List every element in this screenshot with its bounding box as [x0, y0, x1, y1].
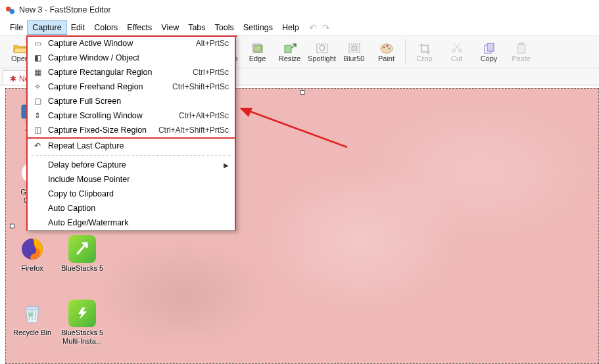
- svg-rect-33: [517, 44, 525, 53]
- resize-handle-top[interactable]: [300, 90, 304, 95]
- app-logo-icon: [5, 5, 15, 15]
- svg-point-26: [383, 46, 385, 48]
- desktop-icon-bluestacks[interactable]: BlueStacks 5: [59, 235, 105, 273]
- resize-icon: [283, 41, 297, 55]
- menu-effects[interactable]: Effects: [122, 21, 156, 34]
- tab-dirty-indicator: ✱: [10, 74, 16, 83]
- blur-button[interactable]: Blur50: [339, 36, 370, 68]
- edge-button[interactable]: Edge: [242, 36, 273, 68]
- desktop-icon-recyclebin[interactable]: Recycle Bin: [9, 300, 55, 337]
- copy-icon: [482, 41, 496, 55]
- fixed-icon: ◫: [31, 125, 44, 135]
- menu-settings[interactable]: Settings: [239, 21, 277, 34]
- menu-bar: File Capture Edit Colors Effects View Ta…: [0, 20, 599, 35]
- cut-button: Cut: [441, 36, 472, 68]
- menu-edit[interactable]: Edit: [66, 21, 90, 34]
- menu-include-mouse-pointer[interactable]: Include Mouse Pointer: [27, 172, 235, 187]
- submenu-arrow-icon: ▶: [224, 162, 229, 169]
- menu-delay-before-capture[interactable]: Delay before Capture ▶: [27, 158, 235, 172]
- svg-point-42: [26, 306, 39, 310]
- menu-capture-freehand[interactable]: ✧ Capture Freehand Region Ctrl+Shift+Prt…: [27, 80, 235, 94]
- paint-button[interactable]: Paint: [371, 36, 402, 68]
- menu-auto-caption[interactable]: Auto Caption: [27, 201, 235, 216]
- menu-file[interactable]: File: [5, 21, 28, 34]
- menu-capture-active-window[interactable]: ▭ Capture Active Window Alt+PrtSc: [27, 36, 235, 51]
- crop-button: Crop: [409, 36, 440, 68]
- svg-point-22: [320, 45, 325, 51]
- edge-icon: [251, 41, 265, 55]
- desktop-icon-bluestacks-multi[interactable]: BlueStacks 5 Multi-Insta...: [59, 300, 105, 345]
- spotlight-button[interactable]: Spotlight: [306, 36, 337, 68]
- menu-capture-rectangular[interactable]: ▦ Capture Rectangular Region Ctrl+PrtSc: [27, 65, 235, 80]
- svg-line-43: [247, 110, 347, 147]
- menu-repeat-last-capture[interactable]: ↶ Repeat Last Capture: [27, 139, 235, 153]
- repeat-icon: ↶: [31, 141, 44, 150]
- menu-tools[interactable]: Tools: [210, 21, 239, 34]
- menu-capture-fullscreen[interactable]: ▢ Capture Full Screen: [27, 94, 235, 108]
- paste-button: Paste: [506, 36, 537, 68]
- svg-rect-20: [285, 45, 291, 53]
- menu-help[interactable]: Help: [277, 21, 304, 34]
- svg-point-1: [10, 9, 15, 14]
- blur-icon: [347, 41, 362, 55]
- scroll-icon: ⇕: [31, 111, 44, 120]
- menu-view[interactable]: View: [156, 21, 183, 34]
- svg-rect-24: [352, 46, 357, 51]
- svg-point-29: [452, 49, 455, 52]
- menu-tabs[interactable]: Tabs: [183, 21, 210, 34]
- svg-marker-44: [239, 108, 252, 117]
- title-bar: New 3 - FastStone Editor: [0, 0, 599, 20]
- menu-capture-scrolling[interactable]: ⇕ Capture Scrolling Window Ctrl+Alt+PrtS…: [27, 108, 235, 123]
- menu-capture-fixed-size[interactable]: ◫ Capture Fixed-Size Region Ctrl+Alt+Shi…: [27, 123, 235, 137]
- window-title: New 3 - FastStone Editor: [19, 5, 111, 14]
- copy-button[interactable]: Copy: [473, 36, 504, 68]
- paint-palette-icon: [379, 41, 394, 55]
- svg-point-27: [386, 45, 388, 47]
- scissors-icon: [450, 41, 464, 55]
- crop-icon: [418, 41, 432, 55]
- resize-button[interactable]: Resize: [274, 36, 305, 68]
- menu-capture[interactable]: Capture: [28, 21, 66, 34]
- svg-point-28: [388, 47, 390, 49]
- rect-icon: ▦: [31, 68, 44, 77]
- menu-capture-window-object[interactable]: ◧ Capture Window / Object: [27, 51, 235, 65]
- undo-icon[interactable]: ↶: [309, 22, 317, 33]
- freehand-icon: ✧: [31, 82, 44, 91]
- capture-dropdown: ▭ Capture Active Window Alt+PrtSc ◧ Capt…: [26, 35, 236, 231]
- menu-copy-to-clipboard[interactable]: Copy to Clipboard: [27, 187, 235, 201]
- resize-handle-left[interactable]: [10, 224, 14, 229]
- svg-rect-34: [519, 43, 523, 45]
- svg-point-30: [458, 49, 462, 52]
- menu-colors[interactable]: Colors: [89, 21, 122, 34]
- annotation-arrow: [235, 101, 354, 154]
- fullscreen-icon: ▢: [31, 97, 44, 106]
- paste-icon: [514, 41, 529, 55]
- object-icon: ◧: [31, 53, 44, 62]
- spotlight-icon: [315, 41, 329, 55]
- svg-rect-32: [487, 43, 494, 51]
- desktop-icon-firefox[interactable]: Firefox: [9, 235, 55, 273]
- open-folder-icon: [13, 41, 28, 55]
- menu-auto-edge-watermark[interactable]: Auto Edge/Watermark: [27, 216, 235, 230]
- window-icon: ▭: [31, 39, 44, 48]
- redo-icon[interactable]: ↷: [322, 22, 330, 33]
